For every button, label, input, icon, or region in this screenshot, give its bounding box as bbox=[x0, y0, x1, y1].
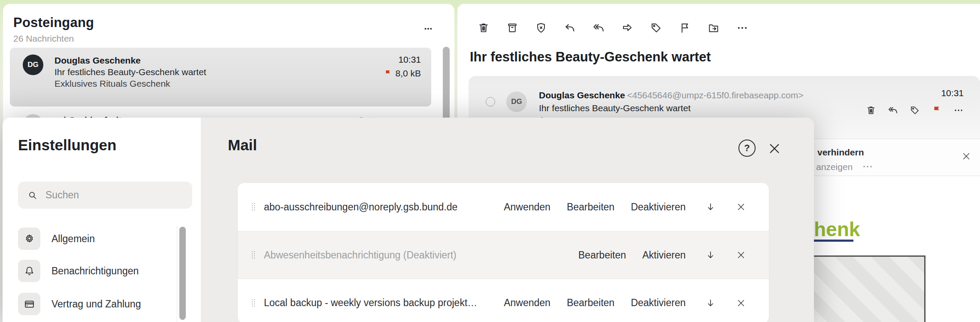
sidebar-item-label: Vertrag und Zahlung bbox=[51, 298, 141, 310]
rule-disable-button[interactable]: Deaktivieren bbox=[631, 297, 686, 309]
search-input[interactable] bbox=[45, 189, 174, 201]
rule-row-abwesenheitsbenachrichtigung: Abwesenheitsbenachrichtigung (Deaktivier… bbox=[238, 231, 769, 279]
message-time: 10:31 bbox=[866, 88, 964, 98]
message-subject-title: Ihr festliches Beauty-Geschenk wartet bbox=[470, 49, 711, 65]
flag-icon bbox=[384, 69, 392, 78]
blocked-image-placeholder bbox=[813, 255, 926, 322]
rule-edit-button[interactable]: Bearbeiten bbox=[567, 201, 614, 213]
drag-handle-icon[interactable] bbox=[251, 202, 256, 212]
flag-icon[interactable] bbox=[679, 22, 691, 34]
archive-icon[interactable] bbox=[506, 22, 518, 34]
tag-icon[interactable] bbox=[650, 22, 662, 34]
move-to-folder-icon[interactable] bbox=[708, 22, 720, 34]
trash-icon[interactable] bbox=[478, 22, 490, 34]
rule-name: Abwesenheitsbenachrichtigung (Deaktivier… bbox=[264, 249, 457, 261]
sidebar-scrollbar[interactable] bbox=[179, 227, 186, 320]
sidebar-item-label: Allgemein bbox=[51, 233, 95, 245]
settings-main: Mail ? abo-ausschreibungen@noreply.gsb.b… bbox=[201, 118, 814, 322]
email-preview: Exklusives Rituals Geschenk bbox=[54, 78, 206, 89]
sender-avatar: DG bbox=[23, 55, 43, 75]
settings-section-title: Mail bbox=[228, 137, 257, 154]
sender-avatar: DG bbox=[506, 91, 527, 112]
settings-dialog: Einstellungen Allgemein Benachrichtigung… bbox=[3, 118, 814, 322]
banner-text-fragment-top: verhindern bbox=[817, 147, 864, 158]
rule-name: abo-ausschreibungen@noreply.gsb.bund.de bbox=[264, 201, 457, 213]
move-down-icon[interactable] bbox=[705, 298, 716, 308]
rule-edit-button[interactable]: Bearbeiten bbox=[578, 249, 626, 261]
flag-filled-icon[interactable] bbox=[932, 105, 942, 115]
rule-edit-button[interactable]: Bearbeiten bbox=[567, 297, 614, 309]
rule-activate-button[interactable]: Aktivieren bbox=[642, 249, 686, 261]
email-sender: Douglas Geschenke bbox=[54, 55, 206, 66]
rule-disable-button[interactable]: Deaktivieren bbox=[631, 201, 686, 213]
close-icon[interactable] bbox=[768, 141, 783, 156]
bell-icon bbox=[18, 260, 40, 282]
sidebar-item-label: Benachrichtigungen bbox=[51, 265, 139, 277]
banner-close-icon[interactable] bbox=[962, 151, 973, 162]
rule-apply-button[interactable]: Anwenden bbox=[504, 201, 550, 213]
message-action-bar bbox=[866, 105, 964, 115]
reply-icon[interactable] bbox=[564, 22, 576, 34]
unread-radio[interactable] bbox=[486, 97, 495, 106]
email-subject: Ihr festliches Beauty-Geschenk wartet bbox=[54, 66, 206, 78]
delete-rule-icon[interactable] bbox=[736, 202, 746, 212]
forward-icon[interactable] bbox=[621, 22, 633, 34]
sidebar-item-vertrag-und-zahlung[interactable]: Vertrag und Zahlung bbox=[18, 293, 141, 315]
drag-handle-icon[interactable] bbox=[251, 250, 256, 260]
email-time: 10:31 bbox=[384, 55, 421, 65]
message-sender-email: <45645646@umpz-615f0.firebaseapp.com> bbox=[627, 90, 803, 100]
gear-icon bbox=[18, 228, 40, 250]
mail-app-screen: Posteingang 26 Nachrichten DG Douglas Ge… bbox=[0, 0, 980, 322]
move-down-icon[interactable] bbox=[705, 250, 716, 260]
settings-sidebar: Einstellungen Allgemein Benachrichtigung… bbox=[3, 118, 201, 322]
rule-row-abo-ausschreibungen: abo-ausschreibungen@noreply.gsb.bund.de … bbox=[238, 183, 769, 231]
rule-apply-button[interactable]: Anwenden bbox=[504, 297, 550, 309]
email-list-item-selected[interactable]: DG Douglas Geschenke Ihr festliches Beau… bbox=[10, 48, 431, 106]
rule-name: Local backup - weekly versions backup pr… bbox=[264, 297, 477, 309]
mail-rules-card: abo-ausschreibungen@noreply.gsb.bund.de … bbox=[237, 182, 769, 322]
message-toolbar bbox=[457, 4, 980, 34]
reply-all-icon[interactable] bbox=[888, 105, 898, 115]
rule-row-local-backup: Local backup - weekly versions backup pr… bbox=[238, 279, 769, 322]
email-body-headline-fragment: henk bbox=[814, 218, 860, 241]
delete-rule-icon[interactable] bbox=[736, 298, 746, 308]
message-subject-line: Ihr festliches Beauty-Geschenk wartet bbox=[539, 102, 803, 114]
inbox-message-count: 26 Nachrichten bbox=[13, 33, 442, 44]
search-icon bbox=[27, 190, 38, 200]
headline-underline bbox=[814, 240, 853, 242]
trash-icon[interactable] bbox=[866, 105, 876, 115]
message-sender-name: Douglas Geschenke bbox=[539, 90, 625, 100]
inbox-header: Posteingang 26 Nachrichten bbox=[3, 4, 454, 44]
more-icon[interactable] bbox=[736, 22, 748, 34]
inbox-more-button[interactable] bbox=[422, 23, 439, 35]
sidebar-scrollbar-track bbox=[177, 226, 189, 322]
drag-handle-icon[interactable] bbox=[251, 298, 256, 308]
banner-more-icon[interactable] bbox=[862, 163, 873, 170]
banner-link-fragment[interactable]: anzeigen bbox=[816, 162, 853, 172]
reply-all-icon[interactable] bbox=[593, 22, 605, 34]
spam-shield-icon[interactable] bbox=[535, 22, 547, 34]
delete-rule-icon[interactable] bbox=[736, 250, 746, 260]
settings-search-field[interactable] bbox=[18, 182, 192, 209]
email-size: 8,0 kB bbox=[395, 68, 421, 79]
help-icon[interactable]: ? bbox=[738, 140, 756, 157]
tag-icon[interactable] bbox=[910, 105, 920, 115]
sidebar-item-allgemein[interactable]: Allgemein bbox=[18, 228, 95, 250]
sidebar-item-benachrichtigungen[interactable]: Benachrichtigungen bbox=[18, 260, 139, 282]
move-down-icon[interactable] bbox=[705, 202, 716, 212]
more-icon[interactable] bbox=[953, 105, 964, 115]
credit-card-icon bbox=[18, 293, 40, 315]
settings-title: Einstellungen bbox=[18, 137, 116, 154]
inbox-title: Posteingang bbox=[13, 15, 442, 30]
